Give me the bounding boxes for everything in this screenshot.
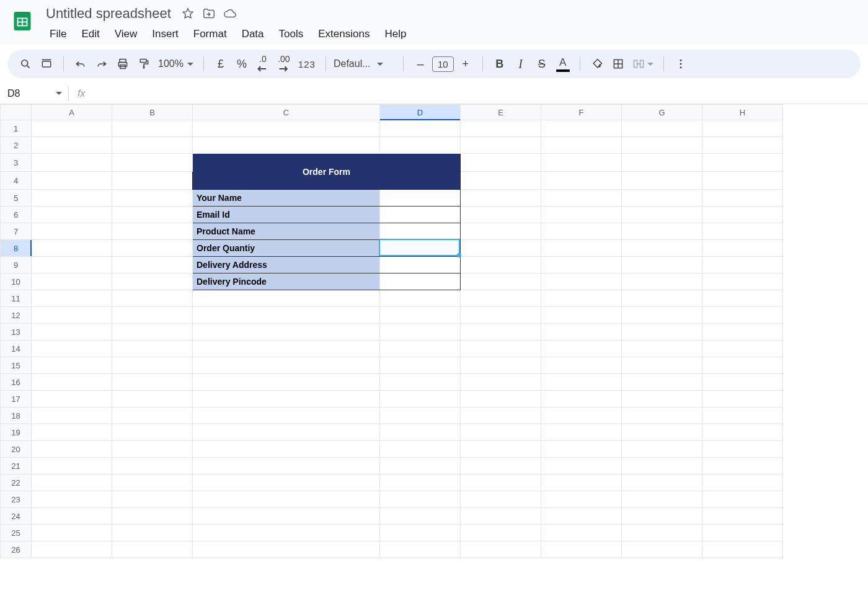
cell-G18[interactable] — [622, 407, 702, 424]
cell-E19[interactable] — [461, 424, 541, 441]
cell-A7[interactable] — [32, 223, 112, 240]
cell-B12[interactable] — [112, 307, 193, 324]
cell-A9[interactable] — [32, 257, 112, 274]
cell-E7[interactable] — [461, 223, 541, 240]
cell-B3[interactable] — [112, 154, 193, 172]
row-header-10[interactable]: 10 — [1, 274, 32, 290]
row-header-21[interactable]: 21 — [1, 458, 32, 474]
merge-cells-button[interactable] — [630, 54, 656, 74]
cell-G19[interactable] — [622, 424, 702, 441]
row-header-1[interactable]: 1 — [1, 120, 32, 137]
cell-H14[interactable] — [702, 340, 783, 357]
cell-D12[interactable] — [380, 307, 461, 324]
menu-help[interactable]: Help — [378, 25, 412, 43]
cell-C1[interactable] — [193, 120, 380, 137]
cell-D26[interactable] — [380, 541, 461, 558]
row-header-12[interactable]: 12 — [1, 307, 32, 324]
cell-E8[interactable] — [461, 240, 541, 257]
cell-G13[interactable] — [622, 324, 702, 340]
cell-B25[interactable] — [112, 525, 193, 541]
cell-F12[interactable] — [541, 307, 622, 324]
cell-F3[interactable] — [541, 154, 622, 172]
form-value[interactable] — [380, 190, 461, 207]
cell-B1[interactable] — [112, 120, 193, 137]
row-header-3[interactable]: 3 — [1, 154, 32, 172]
print-icon[interactable] — [113, 54, 132, 74]
cell-E3[interactable] — [461, 154, 541, 172]
column-header-D[interactable]: D — [380, 105, 461, 120]
cell-H6[interactable] — [702, 207, 783, 223]
cell-A6[interactable] — [32, 207, 112, 223]
borders-button[interactable] — [609, 54, 627, 74]
cell-D24[interactable] — [380, 508, 461, 525]
decrease-decimal-button[interactable]: .0 — [254, 54, 272, 74]
cell-C18[interactable] — [193, 407, 380, 424]
text-color-button[interactable]: A — [554, 54, 572, 74]
row-header-22[interactable]: 22 — [1, 474, 32, 491]
cell-A14[interactable] — [32, 340, 112, 357]
cell-E13[interactable] — [461, 324, 541, 340]
cell-C13[interactable] — [193, 324, 380, 340]
cell-B7[interactable] — [112, 223, 193, 240]
cell-F7[interactable] — [541, 223, 622, 240]
cell-B8[interactable] — [112, 240, 193, 257]
cell-D22[interactable] — [380, 474, 461, 491]
menu-extensions[interactable]: Extensions — [312, 25, 376, 43]
cell-G14[interactable] — [622, 340, 702, 357]
cell-C11[interactable] — [193, 290, 380, 307]
cell-G21[interactable] — [622, 458, 702, 474]
cell-D14[interactable] — [380, 340, 461, 357]
menu-edit[interactable]: Edit — [75, 25, 105, 43]
cell-E26[interactable] — [461, 541, 541, 558]
cloud-status-icon[interactable] — [223, 7, 237, 20]
row-header-11[interactable]: 11 — [1, 290, 32, 307]
zoom-select[interactable]: 100% — [156, 58, 196, 69]
font-size-decrease[interactable]: – — [411, 54, 430, 74]
cell-E9[interactable] — [461, 257, 541, 274]
cell-F9[interactable] — [541, 257, 622, 274]
cell-D16[interactable] — [380, 374, 461, 391]
cell-H1[interactable] — [702, 120, 783, 137]
cell-A23[interactable] — [32, 491, 112, 508]
cell-E22[interactable] — [461, 474, 541, 491]
cell-E20[interactable] — [461, 441, 541, 458]
row-header-4[interactable]: 4 — [1, 172, 32, 190]
cell-E17[interactable] — [461, 391, 541, 407]
cell-B2[interactable] — [112, 137, 193, 154]
font-size-input[interactable]: 10 — [432, 56, 454, 72]
cell-F20[interactable] — [541, 441, 622, 458]
cell-F16[interactable] — [541, 374, 622, 391]
cell-H9[interactable] — [702, 257, 783, 274]
cell-F22[interactable] — [541, 474, 622, 491]
cell-F5[interactable] — [541, 190, 622, 207]
cell-H19[interactable] — [702, 424, 783, 441]
cell-C26[interactable] — [193, 541, 380, 558]
cell-F15[interactable] — [541, 357, 622, 374]
cell-H3[interactable] — [702, 154, 783, 172]
cell-G23[interactable] — [622, 491, 702, 508]
cell-E14[interactable] — [461, 340, 541, 357]
cell-A12[interactable] — [32, 307, 112, 324]
cell-B17[interactable] — [112, 391, 193, 407]
column-header-C[interactable]: C — [193, 105, 380, 120]
cell-A22[interactable] — [32, 474, 112, 491]
cell-G5[interactable] — [622, 190, 702, 207]
select-all-corner[interactable] — [1, 105, 32, 120]
number-format-button[interactable]: 123 — [296, 54, 318, 74]
cell-H16[interactable] — [702, 374, 783, 391]
cell-C19[interactable] — [193, 424, 380, 441]
cell-E24[interactable] — [461, 508, 541, 525]
cell-G1[interactable] — [622, 120, 702, 137]
cell-E23[interactable] — [461, 491, 541, 508]
cell-D20[interactable] — [380, 441, 461, 458]
column-header-A[interactable]: A — [32, 105, 112, 120]
font-select[interactable]: Defaul... — [334, 58, 396, 69]
row-header-8[interactable]: 8 — [1, 240, 32, 257]
cell-B21[interactable] — [112, 458, 193, 474]
cell-G7[interactable] — [622, 223, 702, 240]
cell-G15[interactable] — [622, 357, 702, 374]
undo-icon[interactable] — [71, 54, 90, 74]
cell-H25[interactable] — [702, 525, 783, 541]
row-header-13[interactable]: 13 — [1, 324, 32, 340]
row-header-24[interactable]: 24 — [1, 508, 32, 525]
